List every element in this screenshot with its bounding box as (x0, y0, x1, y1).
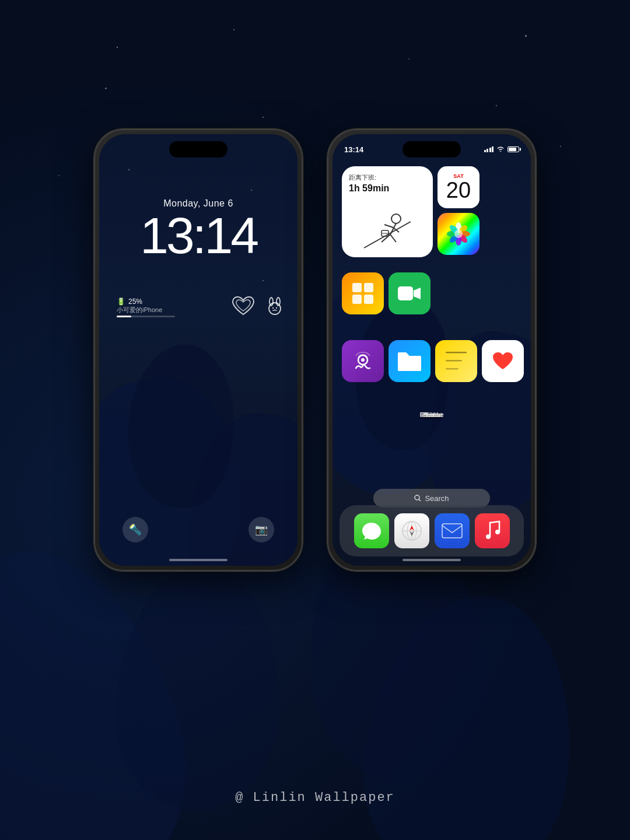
iscreen-widget[interactable]: 距离下班: 1h 59min (342, 166, 433, 257)
signal-icon (484, 146, 494, 152)
svg-rect-32 (446, 368, 459, 370)
health-app-wrapper: Health (482, 340, 524, 382)
svg-line-8 (384, 225, 393, 228)
power-button-home (536, 240, 537, 293)
photos-app-icon[interactable] (438, 213, 480, 255)
svg-rect-27 (398, 286, 413, 300)
lockscreen-background: Monday, June 6 13:14 🔋 25% 小可爱的iPhone (99, 134, 298, 566)
podcast-app-icon[interactable] (342, 340, 384, 382)
battery-percent: 25% (128, 298, 142, 306)
photos-app-wrapper: Photos (438, 213, 480, 255)
widget-commute-time: 1h 59min (349, 183, 426, 194)
calendar-app-icon[interactable]: SAT 20 (438, 166, 480, 208)
notes-app-wrapper: Notes (435, 340, 477, 382)
lockscreen-stickers (232, 295, 286, 321)
svg-point-41 (486, 534, 491, 539)
svg-point-3 (272, 307, 274, 309)
flashlight-icon: 🔦 (129, 523, 142, 536)
lockscreen-bottom-controls: 🔦 📷 (99, 517, 298, 542)
svg-rect-23 (352, 283, 362, 292)
homescreen-screen: 13:14 (332, 134, 531, 566)
svg-point-33 (415, 495, 419, 500)
homescreen-background: 13:14 (332, 134, 531, 566)
widget-figure (342, 198, 433, 254)
status-icons (484, 146, 520, 153)
lockscreen-battery-info: 🔋 25% 小可爱的iPhone (117, 298, 175, 317)
power-button (302, 240, 303, 293)
calendar-date: 20 (446, 179, 471, 201)
calendar-app-wrapper: SAT 20 Calender (438, 166, 480, 208)
watermark: @ Linlin Wallpaper (235, 790, 395, 805)
phones-container: Monday, June 6 13:14 🔋 25% 小可爱的iPhone (93, 128, 537, 572)
homescreen-phone: 13:14 (327, 128, 537, 572)
mute-button-home (327, 200, 328, 223)
lockscreen-phone: Monday, June 6 13:14 🔋 25% 小可爱的iPhone (93, 128, 303, 572)
messages-dock-icon[interactable] (354, 513, 389, 548)
battery-bar (117, 316, 175, 317)
iscreen2-app-icon[interactable] (342, 272, 384, 314)
svg-rect-31 (446, 360, 462, 362)
widget-commute-label: 距离下班: (349, 173, 426, 182)
volume-down-button (93, 274, 94, 309)
heart-sticker (232, 296, 255, 320)
svg-point-22 (454, 230, 463, 238)
battery-bar-fill (117, 316, 131, 317)
lockscreen-time: 13:14 (99, 210, 298, 261)
safari-dock-icon[interactable] (394, 513, 429, 548)
music-dock-icon[interactable] (475, 513, 510, 548)
battery-icon (508, 146, 519, 152)
svg-rect-39 (442, 524, 462, 538)
device-name: 小可爱的iPhone (117, 306, 175, 314)
wifi-icon (496, 146, 505, 153)
facetime-app-wrapper: Facetime (388, 272, 430, 314)
svg-point-29 (361, 358, 365, 362)
dynamic-island-lock (169, 141, 228, 158)
app-grid: 距离下班: 1h 59min (342, 166, 522, 408)
volume-up-button-home (327, 232, 328, 267)
svg-rect-30 (446, 352, 467, 354)
volume-up-button (93, 232, 94, 267)
notes-app-icon[interactable] (435, 340, 477, 382)
facetime-app-icon[interactable] (388, 272, 430, 314)
camera-button[interactable]: 📷 (249, 517, 274, 542)
volume-down-button-home (327, 274, 328, 309)
svg-point-0 (269, 303, 281, 314)
svg-line-11 (390, 235, 396, 242)
svg-rect-25 (352, 295, 362, 304)
svg-line-34 (419, 499, 421, 501)
svg-point-4 (276, 307, 277, 309)
iscreen2-app-wrapper: iScreen (342, 272, 384, 314)
search-label: Search (425, 494, 449, 503)
mail-dock-icon[interactable] (435, 513, 470, 548)
health-label: Health (424, 412, 440, 418)
status-time: 13:14 (344, 145, 363, 154)
flashlight-button[interactable]: 🔦 (123, 517, 148, 542)
svg-rect-24 (364, 283, 373, 292)
bunny-sticker (264, 295, 286, 321)
camera-icon: 📷 (255, 523, 268, 536)
svg-point-6 (391, 214, 401, 223)
files-app-wrapper: Files (388, 340, 430, 382)
svg-point-42 (495, 530, 500, 534)
lockscreen-screen: Monday, June 6 13:14 🔋 25% 小可爱的iPhone (99, 134, 298, 566)
home-indicator-home (402, 559, 461, 561)
mute-button (93, 200, 94, 223)
health-app-icon[interactable] (482, 340, 524, 382)
podcast-app-wrapper: Podcast (342, 340, 384, 382)
dock (340, 505, 524, 556)
home-indicator-lock (169, 559, 228, 561)
homescreen-status-bar: 13:14 (344, 142, 519, 156)
svg-rect-26 (364, 295, 373, 304)
files-app-icon[interactable] (388, 340, 430, 382)
